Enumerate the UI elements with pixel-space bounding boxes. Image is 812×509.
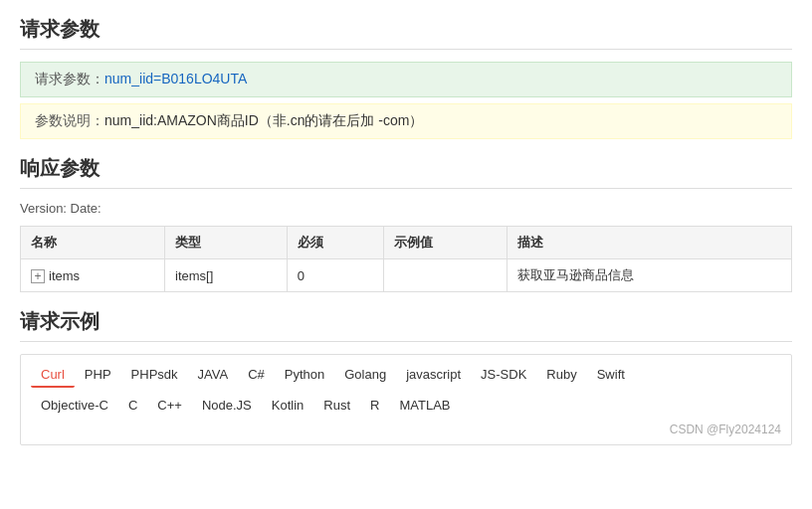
tabs-row-1: CurlPHPPHPsdkJAVAC#PythonGolangjavascrip…	[31, 363, 781, 388]
col-example: 示例值	[384, 227, 508, 259]
request-param-box: 请求参数：num_iid=B016LO4UTA	[20, 62, 792, 97]
request-params-section: 请求参数 请求参数：num_iid=B016LO4UTA 参数说明：num_ii…	[20, 16, 792, 139]
param-desc-box: 参数说明：num_iid:AMAZON商品ID（非.cn的请在后加 -com）	[20, 103, 792, 139]
tab-js-sdk[interactable]: JS-SDK	[471, 363, 536, 388]
cell-name: +items	[21, 259, 165, 292]
tab-kotlin[interactable]: Kotlin	[262, 394, 314, 417]
col-type: 类型	[165, 227, 288, 259]
tab-rust[interactable]: Rust	[313, 394, 360, 417]
tab-php[interactable]: PHP	[75, 363, 121, 388]
tab-c--[interactable]: C++	[147, 394, 192, 417]
tab-curl[interactable]: Curl	[31, 363, 75, 388]
request-example-section: 请求示例 CurlPHPPHPsdkJAVAC#PythonGolangjava…	[20, 308, 792, 445]
expand-icon[interactable]: +	[31, 269, 45, 283]
table-row: +items items[] 0 获取亚马逊商品信息	[21, 259, 792, 292]
request-value: num_iid=B016LO4UTA	[104, 71, 247, 86]
tab-objective-c[interactable]: Objective-C	[31, 394, 118, 417]
version-line: Version: Date:	[20, 201, 792, 216]
cell-type: items[]	[165, 259, 288, 292]
tabs-row-2: Objective-CCC++Node.JSKotlinRustRMATLAB	[31, 394, 781, 417]
tab-java[interactable]: JAVA	[188, 363, 239, 388]
col-desc: 描述	[508, 227, 792, 259]
cell-example	[384, 259, 508, 292]
tab-c[interactable]: C	[118, 394, 147, 417]
tab-javascript[interactable]: javascript	[396, 363, 471, 388]
tab-golang[interactable]: Golang	[334, 363, 396, 388]
cell-description: 获取亚马逊商品信息	[508, 259, 792, 292]
tab-swift[interactable]: Swift	[587, 363, 635, 388]
cell-required: 0	[287, 259, 383, 292]
desc-label: 参数说明：	[35, 112, 104, 128]
response-table: 名称 类型 必须 示例值 描述 +items items[] 0 获取亚马逊商品…	[20, 226, 792, 292]
version-label: Version:	[20, 201, 67, 216]
col-name: 名称	[21, 227, 165, 259]
request-label: 请求参数：	[35, 71, 104, 86]
response-params-section: 响应参数 Version: Date: 名称 类型 必须 示例值 描述 +ite…	[20, 155, 792, 292]
divider-2	[20, 188, 792, 189]
tab-phpsdk[interactable]: PHPsdk	[121, 363, 188, 388]
request-params-title: 请求参数	[20, 16, 792, 43]
tab-node-js[interactable]: Node.JS	[192, 394, 262, 417]
date-label: Date:	[71, 201, 102, 216]
tab-c-[interactable]: C#	[238, 363, 275, 388]
divider-3	[20, 341, 792, 342]
response-params-title: 响应参数	[20, 155, 792, 182]
tab-python[interactable]: Python	[275, 363, 334, 388]
divider-1	[20, 49, 792, 50]
col-required: 必须	[287, 227, 383, 259]
tab-ruby[interactable]: Ruby	[536, 363, 586, 388]
tab-r[interactable]: R	[360, 394, 389, 417]
tabs-container: CurlPHPPHPsdkJAVAC#PythonGolangjavascrip…	[20, 354, 792, 445]
request-example-title: 请求示例	[20, 308, 792, 335]
tab-matlab[interactable]: MATLAB	[389, 394, 460, 417]
desc-value: num_iid:AMAZON商品ID（非.cn的请在后加 -com）	[104, 112, 423, 128]
footer-brand: CSDN @Fly2024124	[31, 423, 781, 436]
table-header-row: 名称 类型 必须 示例值 描述	[21, 227, 792, 259]
